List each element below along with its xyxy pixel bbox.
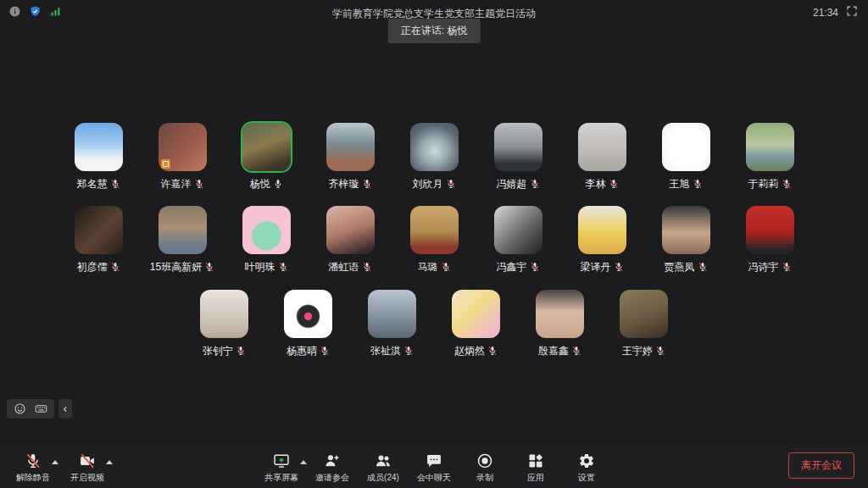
record-button[interactable]: 录制 — [462, 452, 508, 484]
participant-tile[interactable]: 郑名慧 — [57, 123, 141, 190]
participant-name: 15班高新妍 — [150, 260, 202, 274]
signal-icon[interactable] — [49, 5, 62, 18]
participant-tile[interactable]: 15班高新妍 — [141, 206, 225, 273]
participant-name-row: 刘欣月 — [413, 178, 456, 190]
leave-meeting-button[interactable]: 离开会议 — [788, 452, 854, 479]
participant-tile[interactable]: 赵炳然 — [434, 290, 518, 357]
participant-tile[interactable]: 刘欣月 — [392, 123, 476, 190]
participant-avatar — [159, 123, 207, 171]
topbar-right: 21:34 — [813, 5, 858, 19]
info-icon[interactable] — [8, 5, 21, 18]
toolbar-item-label: 应用 — [527, 472, 544, 484]
participant-name: 殷嘉鑫 — [538, 344, 569, 358]
participant-name-row: 冯诗宇 — [748, 261, 792, 273]
participant-tile[interactable]: 冯鑫宇 — [476, 206, 560, 273]
mic-muted-icon — [571, 346, 581, 356]
participant-tile[interactable]: 贾燕凤 — [644, 206, 728, 273]
participant-tile[interactable]: 叶明珠 — [225, 206, 309, 273]
participant-name-row: 李林 — [586, 178, 619, 190]
participant-name: 赵炳然 — [454, 344, 485, 358]
toolbar-left-group: 解除静音开启视频 — [10, 452, 110, 484]
fullscreen-icon[interactable] — [846, 5, 858, 19]
caret-up-icon[interactable] — [300, 460, 307, 464]
participant-name: 冯婧超 — [497, 177, 527, 191]
participant-name-row: 杨悦 — [250, 178, 283, 190]
toolbar-item-label: 邀请参会 — [315, 472, 349, 484]
toolbar-item-label: 共享屏幕 — [264, 472, 298, 484]
participant-tile[interactable]: 初彦儒 — [57, 206, 141, 273]
mic-muted-icon — [110, 179, 120, 189]
participant-name-row: 冯鑫宇 — [497, 261, 540, 273]
toolbar-item-label: 开启视频 — [70, 472, 104, 484]
mic-muted-icon — [614, 262, 624, 272]
chevron-left-icon[interactable] — [58, 399, 72, 419]
caret-up-icon[interactable] — [52, 460, 58, 464]
participant-name-row: 许嘉洋 — [161, 178, 204, 190]
participant-avatar — [75, 206, 123, 254]
bottom-toolbar: 解除静音开启视频 共享屏幕邀请参会成员(24)会中聊天录制应用设置 离开会议 — [0, 446, 868, 488]
participant-name-row: 齐梓璇 — [329, 178, 372, 190]
participant-tile[interactable]: 李林 — [560, 123, 644, 190]
participant-avatar — [662, 206, 710, 254]
speaking-notice: 正在讲话: 杨悦 — [388, 19, 481, 43]
participant-avatar — [494, 123, 542, 171]
participant-name: 潘虹语 — [329, 260, 359, 274]
participant-tile[interactable]: 梁译丹 — [560, 206, 644, 273]
participant-name: 许嘉洋 — [161, 177, 192, 191]
participant-tile[interactable]: 张祉淇 — [350, 290, 434, 357]
participant-tile[interactable]: 许嘉洋 — [141, 123, 225, 190]
participant-tile[interactable]: 殷嘉鑫 — [518, 290, 602, 357]
mic-muted-icon — [110, 262, 120, 272]
participant-tile[interactable]: 杨惠晴 — [266, 290, 350, 357]
participant-tile[interactable]: 马璐 — [392, 206, 476, 273]
participant-name: 张钊宁 — [203, 344, 233, 358]
apps-button[interactable]: 应用 — [513, 452, 559, 484]
mic-muted-icon — [403, 346, 414, 356]
keyboard-icon[interactable] — [35, 402, 47, 415]
participant-tile[interactable]: 冯婧超 — [476, 123, 560, 190]
chat-button[interactable]: 会中聊天 — [411, 452, 457, 484]
participant-tile[interactable]: 于莉莉 — [728, 123, 812, 190]
settings-button[interactable]: 设置 — [564, 452, 609, 484]
share-screen-button[interactable]: 共享屏幕 — [259, 452, 304, 484]
participant-tile[interactable]: 张钊宁 — [182, 290, 266, 357]
smiley-icon[interactable] — [14, 402, 26, 415]
participant-name: 张祉淇 — [370, 344, 401, 358]
mic-muted-icon — [278, 262, 288, 272]
meeting-window: 学前教育学院党总支学生党支部主题党日活动 21:34 正在讲话: 杨悦 郑名慧许… — [0, 0, 868, 488]
participant-tile[interactable]: 冯诗宇 — [728, 206, 812, 273]
toolbar-center-group: 共享屏幕邀请参会成员(24)会中聊天录制应用设置 — [259, 452, 609, 484]
mic-on-icon — [273, 179, 283, 189]
participant-avatar — [536, 290, 584, 338]
participant-tile[interactable]: 潘虹语 — [309, 206, 392, 273]
participant-name-row: 赵炳然 — [454, 345, 498, 357]
members-button[interactable]: 成员(24) — [360, 452, 406, 484]
participant-avatar — [746, 206, 794, 254]
mic-muted-icon — [609, 179, 619, 189]
participant-name: 叶明珠 — [245, 260, 275, 274]
shield-icon[interactable] — [29, 5, 42, 18]
mic-muted-button[interactable]: 解除静音 — [10, 452, 56, 484]
participant-tile[interactable]: 齐梓璇 — [309, 123, 392, 190]
mic-muted-icon — [236, 346, 246, 356]
caret-up-icon[interactable] — [106, 460, 113, 464]
mic-muted-icon — [782, 262, 792, 272]
participant-tile[interactable]: 王旭 — [644, 123, 728, 190]
participant-tile[interactable]: 杨悦 — [225, 123, 309, 190]
share-screen-icon — [273, 452, 290, 469]
participant-tile[interactable]: 王宇婷 — [602, 290, 686, 357]
participant-name-row: 15班高新妍 — [150, 261, 214, 273]
participant-avatar — [578, 206, 626, 254]
camera-off-button[interactable]: 开启视频 — [64, 452, 110, 484]
record-icon — [476, 452, 493, 469]
participant-avatar — [200, 290, 248, 338]
mic-muted-icon — [698, 262, 708, 272]
toolbar-item-label: 录制 — [476, 472, 493, 484]
participant-name-row: 初彦儒 — [77, 261, 120, 273]
invite-button[interactable]: 邀请参会 — [309, 452, 355, 484]
participant-name: 梁译丹 — [581, 260, 611, 274]
participant-name-row: 冯婧超 — [497, 178, 540, 190]
toolbar-item-label: 成员(24) — [367, 472, 399, 484]
participant-avatar — [452, 290, 500, 338]
participant-avatar — [242, 206, 291, 254]
